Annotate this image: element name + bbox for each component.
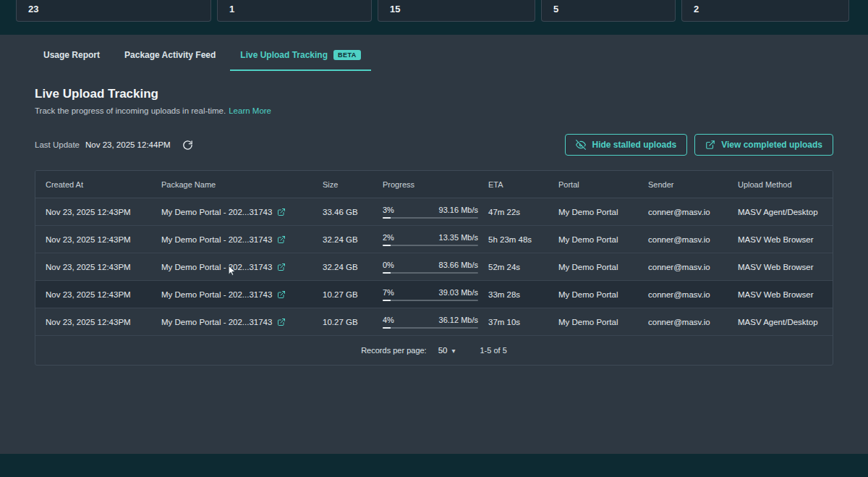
records-per-page-select[interactable]: 50 ▾ — [438, 346, 456, 355]
eye-off-icon — [576, 140, 586, 150]
cell-size: 32.24 GB — [312, 263, 373, 271]
main-content: Usage Report Package Activity Feed Live … — [0, 35, 868, 454]
progress-percent: 7% — [383, 288, 394, 297]
table-row[interactable]: Nov 23, 2025 12:43PM My Demo Portal - 20… — [35, 308, 833, 336]
caret-down-icon: ▾ — [451, 347, 455, 355]
progress-track — [383, 272, 478, 274]
stat-card[interactable]: 23 — [16, 0, 211, 22]
toolbar: Last Update Nov 23, 2025 12:44PM Hide st… — [35, 134, 833, 156]
progress-track — [383, 300, 478, 301]
progress-widget: 7% 39.03 Mb/s — [383, 288, 478, 301]
hide-stalled-uploads-button[interactable]: Hide stalled uploads — [565, 134, 687, 156]
cell-package-name: My Demo Portal - 202...31743 — [151, 318, 312, 326]
progress-track — [383, 327, 478, 329]
stat-card[interactable]: 5 — [541, 0, 676, 22]
progress-fill — [383, 245, 391, 246]
refresh-icon[interactable] — [182, 140, 193, 151]
column-header-created-at: Created At — [35, 180, 151, 189]
stat-value: 15 — [390, 4, 400, 14]
cell-size: 10.27 GB — [312, 318, 373, 326]
tab-package-activity-feed[interactable]: Package Activity Feed — [124, 41, 216, 71]
cell-eta: 5h 23m 48s — [478, 235, 548, 244]
cell-progress: 2% 13.35 Mb/s — [373, 233, 478, 246]
cell-eta: 37m 10s — [478, 318, 548, 326]
pagination-range: 1-5 of 5 — [480, 346, 507, 355]
cell-eta: 47m 22s — [478, 208, 548, 216]
stat-card[interactable]: 1 — [217, 0, 372, 22]
cell-created-at: Nov 23, 2025 12:43PM — [35, 290, 151, 299]
progress-track — [383, 245, 478, 246]
learn-more-link[interactable]: Learn More — [229, 106, 271, 115]
page-title: Live Upload Tracking — [35, 87, 833, 101]
open-package-icon[interactable] — [277, 290, 286, 299]
open-package-icon[interactable] — [277, 318, 286, 326]
cell-package-name: My Demo Portal - 202...31743 — [151, 235, 312, 244]
package-name-text: My Demo Portal - 202...31743 — [161, 208, 272, 216]
progress-percent: 4% — [383, 316, 394, 324]
open-package-icon[interactable] — [277, 208, 286, 216]
column-header-upload-method: Upload Method — [728, 180, 833, 189]
column-header-package-name: Package Name — [151, 180, 312, 189]
column-header-eta: ETA — [478, 180, 548, 189]
column-header-sender: Sender — [638, 180, 728, 189]
column-header-progress: Progress — [373, 180, 478, 189]
cell-created-at: Nov 23, 2025 12:43PM — [35, 318, 151, 326]
cell-created-at: Nov 23, 2025 12:43PM — [35, 263, 151, 271]
progress-fill — [383, 217, 391, 219]
table-body: Nov 23, 2025 12:43PM My Demo Portal - 20… — [35, 198, 833, 336]
open-package-icon[interactable] — [277, 263, 286, 271]
progress-track — [383, 217, 478, 219]
tab-live-upload-tracking[interactable]: Live Upload Tracking BETA — [230, 41, 371, 71]
last-update-label: Last Update — [35, 140, 80, 149]
progress-widget: 3% 93.16 Mb/s — [383, 206, 478, 219]
cell-upload-method: MASV Web Browser — [728, 290, 833, 299]
cell-package-name: My Demo Portal - 202...31743 — [151, 263, 312, 271]
cell-progress: 0% 83.66 Mb/s — [373, 261, 478, 274]
external-link-icon — [705, 140, 715, 150]
cell-created-at: Nov 23, 2025 12:43PM — [35, 235, 151, 244]
cell-upload-method: MASV Agent/Desktop — [728, 318, 833, 326]
view-completed-uploads-button[interactable]: View completed uploads — [694, 134, 833, 156]
stats-bar: 23 1 15 5 2 — [16, 0, 849, 22]
progress-fill — [383, 327, 391, 329]
uploads-table: Created At Package Name Size Progress ET… — [35, 170, 833, 366]
page-subtitle: Track the progress of incoming uploads i… — [35, 106, 833, 115]
cell-progress: 3% 93.16 Mb/s — [373, 206, 478, 219]
stat-value: 5 — [553, 4, 558, 14]
cell-size: 32.24 GB — [312, 235, 373, 244]
progress-percent: 3% — [383, 206, 394, 214]
cell-eta: 52m 24s — [478, 263, 548, 271]
beta-badge: BETA — [333, 50, 361, 60]
stat-value: 23 — [28, 4, 38, 14]
table-footer: Records per page: 50 ▾ 1-5 of 5 — [35, 336, 833, 365]
cell-sender: conner@masv.io — [638, 208, 728, 216]
table-row[interactable]: Nov 23, 2025 12:43PM My Demo Portal - 20… — [35, 226, 833, 253]
stat-card[interactable]: 15 — [378, 0, 535, 22]
column-header-portal: Portal — [548, 180, 638, 189]
table-row[interactable]: Nov 23, 2025 12:43PM My Demo Portal - 20… — [35, 198, 833, 226]
table-row[interactable]: Nov 23, 2025 12:43PM My Demo Portal - 20… — [35, 281, 833, 308]
subtitle-text: Track the progress of incoming uploads i… — [35, 106, 226, 115]
progress-speed: 39.03 Mb/s — [439, 288, 478, 297]
cell-upload-method: MASV Web Browser — [728, 235, 833, 244]
tab-usage-report[interactable]: Usage Report — [43, 41, 100, 71]
progress-speed: 93.16 Mb/s — [439, 206, 478, 214]
last-update-value: Nov 23, 2025 12:44PM — [85, 140, 171, 149]
cell-eta: 33m 28s — [478, 290, 548, 299]
table-header: Created At Package Name Size Progress ET… — [35, 171, 833, 198]
records-per-page-label: Records per page: — [361, 346, 427, 355]
package-name-text: My Demo Portal - 202...31743 — [161, 318, 272, 326]
bottom-band — [0, 454, 868, 477]
cell-sender: conner@masv.io — [638, 235, 728, 244]
toolbar-actions: Hide stalled uploads View completed uplo… — [565, 134, 833, 156]
table-row[interactable]: Nov 23, 2025 12:43PM My Demo Portal - 20… — [35, 253, 833, 281]
open-package-icon[interactable] — [277, 235, 286, 244]
stat-card[interactable]: 2 — [681, 0, 849, 22]
column-header-size: Size — [312, 180, 373, 189]
top-band: 23 1 15 5 2 — [0, 0, 868, 35]
progress-speed: 36.12 Mb/s — [439, 316, 478, 324]
cell-sender: conner@masv.io — [638, 290, 728, 299]
progress-speed: 83.66 Mb/s — [439, 261, 478, 269]
progress-widget: 4% 36.12 Mb/s — [383, 316, 478, 329]
cell-package-name: My Demo Portal - 202...31743 — [151, 208, 312, 216]
